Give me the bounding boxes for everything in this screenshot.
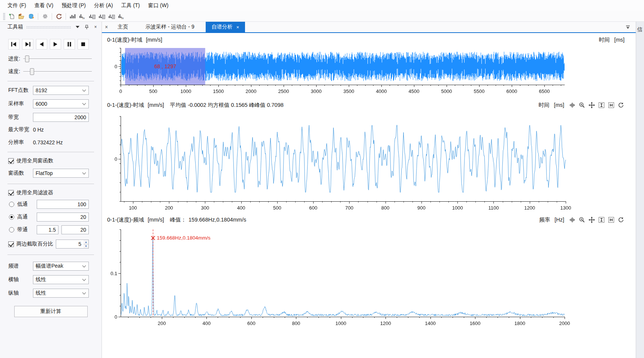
lowpass-input[interactable] — [37, 200, 89, 209]
bar-chart-button[interactable] — [68, 12, 78, 21]
reset-view-icon[interactable] — [617, 102, 625, 109]
tab-overflow-icon[interactable] — [625, 25, 631, 31]
use-filter-checkbox[interactable] — [8, 190, 14, 196]
chart3-axis-name: 频率 — [539, 216, 550, 223]
spectrum-type-select[interactable]: 幅值谱Peak — [33, 262, 89, 271]
open-folder-icon — [18, 13, 25, 19]
yaxis-row: 纵轴 线性 — [0, 289, 102, 298]
main-toolbar: fx fx — [0, 11, 644, 22]
xaxis-select[interactable]: 线性 — [33, 275, 89, 284]
speed-slider-thumb[interactable] — [30, 68, 34, 75]
progress-slider[interactable] — [23, 55, 92, 62]
tab-label: 自谱分析 — [212, 24, 233, 30]
chevron-down-icon — [82, 277, 86, 281]
use-window-checkbox[interactable] — [8, 158, 14, 164]
export-data-button[interactable] — [26, 12, 36, 21]
skip-to-end-button[interactable] — [22, 39, 33, 49]
settings-button[interactable] — [40, 12, 50, 21]
toolbar-grip[interactable] — [3, 13, 5, 20]
spectrum-meter-3-button[interactable] — [107, 12, 117, 21]
select-H-icon[interactable] — [608, 102, 615, 109]
frequency-spectrum-chart[interactable] — [103, 225, 635, 329]
truncate-input[interactable] — [56, 240, 84, 249]
toolbar-separator — [52, 13, 52, 20]
spectrum-meter-1-button[interactable] — [87, 12, 97, 21]
max-bandwidth-row: 最大带宽 0 Hz — [0, 126, 102, 133]
menu-tools[interactable]: 工具 (T) — [117, 1, 143, 10]
chart3-peak-label: 峰值： — [170, 216, 187, 223]
lowpass-row: 低通 — [0, 200, 102, 209]
toolbox-close-icon[interactable]: × — [93, 24, 99, 30]
skip-to-end-icon — [24, 42, 31, 47]
toolbox-menu-icon[interactable] — [75, 24, 81, 30]
fx-waveform-button[interactable]: fx — [78, 12, 87, 21]
select-I-icon[interactable] — [598, 102, 605, 109]
truncate-spinner[interactable]: ▲▼ — [84, 240, 89, 249]
fft-points-select[interactable]: 8192 — [33, 86, 89, 95]
progress-slider-thumb[interactable] — [25, 55, 29, 62]
new-document-button[interactable] — [7, 12, 16, 21]
tab-self-spectrum-analysis[interactable]: 自谱分析 × — [206, 22, 245, 32]
bandwidth-row: 带宽 — [0, 113, 102, 122]
bar-chart-icon — [70, 13, 76, 19]
reset-view-icon[interactable] — [617, 216, 625, 223]
fx-waveform-icon: fx — [118, 13, 125, 19]
bandpass-high-input[interactable] — [61, 225, 89, 234]
time-domain-chart[interactable] — [103, 110, 635, 212]
zoom-in-icon[interactable] — [578, 216, 586, 223]
pause-icon — [67, 42, 72, 47]
use-window-row: 使用全局窗函数 — [0, 157, 102, 164]
play-button[interactable] — [50, 39, 61, 49]
toolbox-title: 工具箱 — [7, 24, 23, 30]
yaxis-select[interactable]: 线性 — [33, 289, 89, 298]
bandpass-radio[interactable] — [9, 227, 14, 232]
wave-cursor-icon[interactable] — [569, 102, 576, 109]
open-folder-button[interactable] — [16, 12, 26, 21]
speed-slider[interactable] — [23, 68, 92, 75]
toolbox-pin-icon[interactable] — [84, 24, 90, 30]
stop-button[interactable] — [78, 39, 89, 49]
fft-points-row: FFT点数 8192 — [0, 86, 102, 95]
highpass-input[interactable] — [37, 213, 89, 222]
chart2-axis-units: [ms] — [554, 102, 564, 108]
menu-preprocess[interactable]: 预处理 (P) — [58, 1, 90, 10]
menu-bar: 文件 (F) 查看 (V) 预处理 (P) 分析 (A) 工具 (T) 窗口 (… — [0, 0, 644, 11]
menu-view[interactable]: 查看 (V) — [31, 1, 57, 10]
recalculate-button[interactable]: 重新计算 — [14, 306, 88, 317]
select-H-icon[interactable] — [608, 216, 615, 223]
chart2-header: 0-1-(速度)-时域 [mm/s] 平均值 -0.0002 均方根值 0.15… — [102, 100, 636, 109]
menu-analysis[interactable]: 分析 (A) — [90, 1, 117, 10]
tab-close-icon[interactable]: × — [236, 24, 239, 30]
skip-to-start-button[interactable] — [8, 39, 19, 49]
menu-file[interactable]: 文件 (F) — [4, 1, 30, 10]
panel-close-icon[interactable]: × — [103, 24, 109, 30]
resolution-value: 0.732422 Hz — [33, 139, 63, 145]
step-back-button[interactable] — [36, 39, 47, 49]
menu-window[interactable]: 窗口 (W) — [144, 1, 172, 10]
fx-waveform-2-button[interactable]: fx — [117, 12, 126, 21]
app-window: 文件 (F) 查看 (V) 预处理 (P) 分析 (A) 工具 (T) 窗口 (… — [0, 0, 644, 358]
select-I-icon[interactable] — [598, 216, 605, 223]
sample-rate-select[interactable]: 6000 — [33, 99, 89, 108]
tab-home[interactable]: 主页 — [112, 22, 134, 32]
time-overview-chart[interactable] — [103, 44, 635, 100]
pan-icon[interactable] — [588, 216, 595, 223]
lowpass-radio[interactable] — [9, 202, 14, 207]
chart2-title: 0-1-(速度)-时域 — [107, 102, 144, 109]
signal-list-strip[interactable]: 信 — [636, 22, 644, 358]
refresh-button[interactable] — [54, 12, 64, 21]
pause-button[interactable] — [64, 39, 75, 49]
bandpass-low-input[interactable] — [37, 225, 58, 234]
tab-oscilloscope-sampling[interactable]: 示波采样 - 运动台 - 9 — [139, 22, 200, 32]
bandwidth-input[interactable] — [33, 113, 89, 122]
pan-icon[interactable] — [588, 102, 595, 109]
truncate-checkbox[interactable] — [8, 241, 14, 247]
wave-cursor-icon[interactable] — [569, 216, 576, 223]
zoom-in-icon[interactable] — [578, 102, 586, 109]
window-fn-select[interactable]: FlatTop — [33, 169, 89, 178]
chart1-units: [mm/s] — [146, 37, 162, 43]
transport-controls — [0, 32, 102, 49]
highpass-radio[interactable] — [9, 214, 14, 220]
document-tabbar: × 主页 示波采样 - 运动台 - 9 自谱分析 × — [102, 22, 636, 33]
spectrum-meter-2-button[interactable] — [97, 12, 107, 21]
